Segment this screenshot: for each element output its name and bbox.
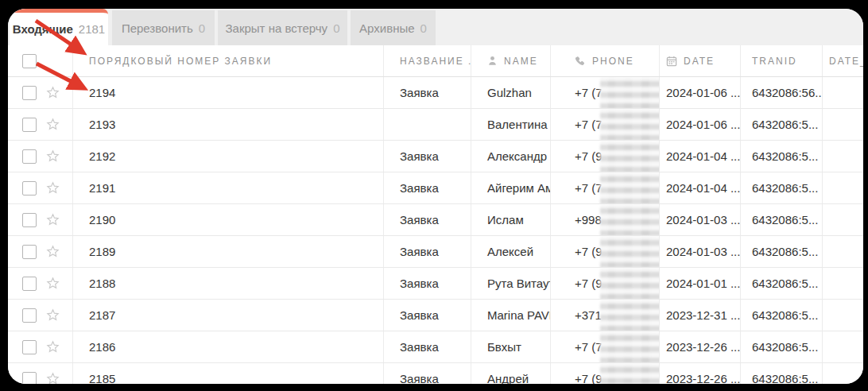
calendar-icon — [666, 56, 677, 67]
cell-tranid: 6432086:56... — [741, 77, 823, 108]
cell-date2 — [823, 77, 863, 108]
star-icon[interactable] — [45, 85, 60, 100]
row-select-cell — [8, 109, 73, 140]
star-icon[interactable] — [45, 212, 60, 227]
cell-tranid: 6432086:5... — [741, 331, 823, 362]
star-icon[interactable] — [45, 276, 60, 291]
row-checkbox[interactable] — [22, 308, 37, 323]
column-header-title[interactable]: НАЗВАНИЕ ... — [384, 45, 471, 76]
tab-count: 0 — [420, 21, 427, 35]
tab-2[interactable]: Перезвонить 0 — [112, 10, 215, 45]
star-icon[interactable] — [45, 149, 60, 164]
cell-date: 2023-12-26 ... — [660, 363, 741, 384]
column-header-label: DATE — [684, 56, 715, 67]
cell-date: 2024-01-04 ... — [660, 141, 741, 172]
cell-date2 — [823, 172, 863, 203]
column-header-phone[interactable]: PHONE — [551, 45, 660, 76]
cell-request-number: 2193 — [73, 109, 384, 140]
table-body: 2194 Заявка Gulzhan +7 (7 2024-01-06 ...… — [8, 77, 863, 384]
cell-date: 2024-01-03 ... — [660, 236, 741, 267]
phone-redaction-blur — [600, 268, 660, 299]
cell-phone: +371 — [551, 300, 660, 331]
row-checkbox[interactable] — [22, 86, 37, 100]
tab-label: Перезвонить — [122, 21, 193, 35]
cell-name: Gulzhan — [471, 77, 551, 108]
screenshot-canvas: { "tabs": [ {"label": "Входящие", "count… — [0, 0, 868, 391]
phone-redaction-blur — [600, 109, 660, 140]
phone-prefix: +371 — [575, 308, 602, 322]
star-icon[interactable] — [45, 339, 60, 354]
cell-date: 2024-01-06 ... — [660, 77, 741, 108]
row-select-cell — [8, 204, 73, 235]
row-checkbox[interactable] — [22, 245, 37, 259]
cell-date: 2024-01-01 ... — [660, 268, 741, 299]
table-row[interactable]: 2192 Заявка Александр +7 (9 2024-01-04 .… — [8, 141, 863, 172]
tab-bar: Входящие 2181 Перезвонить 0 Закрыт на вс… — [8, 9, 863, 45]
phone-redaction-blur — [600, 141, 660, 172]
phone-prefix: +7 (7 — [575, 86, 603, 99]
cell-name: Marina PAVL... — [471, 300, 551, 331]
star-icon[interactable] — [45, 371, 60, 384]
cell-tranid: 6432086:5... — [741, 172, 823, 203]
row-checkbox[interactable] — [22, 118, 37, 132]
phone-redaction-blur — [600, 77, 660, 108]
row-checkbox[interactable] — [22, 213, 37, 227]
tab-count: 2181 — [79, 22, 105, 36]
star-icon[interactable] — [45, 244, 60, 259]
table-row[interactable]: 2193 Валентина +7 (7 2024-01-06 ... 6432… — [8, 109, 863, 141]
tab-1-active[interactable]: Входящие 2181 — [10, 9, 108, 45]
table-row[interactable]: 2189 Заявка Алексей +7 (9 2024-01-03 ...… — [8, 236, 863, 268]
column-header-num[interactable]: ПОРЯДКОВЫЙ НОМЕР ЗАЯВКИ — [73, 45, 384, 76]
cell-tranid: 6432086:5... — [741, 109, 823, 140]
table-row[interactable]: 2188 Заявка Рута Витаут... +7 (9 2024-01… — [8, 268, 863, 300]
phone-prefix: +7 (7 — [575, 118, 603, 131]
row-checkbox[interactable] — [22, 149, 37, 164]
table-row[interactable]: 2194 Заявка Gulzhan +7 (7 2024-01-06 ...… — [8, 77, 863, 109]
star-icon[interactable] — [45, 308, 60, 323]
cell-title: Заявка — [384, 172, 471, 203]
column-header-tranid[interactable]: TRANID — [741, 45, 823, 76]
cell-phone: +7 (9 — [551, 236, 660, 267]
cell-date2 — [823, 331, 863, 362]
cell-title: Заявка — [384, 300, 471, 331]
cell-phone: +7 (7 — [551, 77, 660, 108]
star-icon[interactable] — [45, 117, 60, 132]
cell-title: Заявка — [384, 236, 471, 267]
row-checkbox[interactable] — [22, 277, 37, 291]
row-select-cell — [8, 172, 73, 203]
star-icon[interactable] — [45, 180, 60, 196]
phone-prefix: +998 — [575, 213, 602, 226]
phone-prefix: +7 (9 — [575, 149, 603, 163]
tab-3[interactable]: Закрыт на встерчу 0 — [218, 10, 347, 45]
cell-phone: +7 (9 — [551, 268, 660, 299]
cell-title: Заявка — [384, 331, 471, 362]
column-header-label: ПОРЯДКОВЫЙ НОМЕР ЗАЯВКИ — [89, 56, 272, 67]
cell-date2 — [823, 236, 863, 267]
column-header-date[interactable]: DATE — [660, 45, 741, 76]
row-checkbox[interactable] — [22, 340, 37, 354]
column-header-name[interactable]: NAME — [471, 45, 551, 76]
table-row[interactable]: 2187 Заявка Marina PAVL... +371 2023-12-… — [8, 300, 863, 331]
tab-4[interactable]: Архивные 0 — [351, 10, 436, 45]
table-row[interactable]: 2185 Заявка Андрей +7 (9 2023-12-26 ... … — [8, 363, 863, 384]
row-checkbox[interactable] — [22, 181, 37, 196]
phone-redaction-blur — [600, 363, 660, 384]
table-row[interactable]: 2191 Заявка Айгерим Ам... +7 (7 2024-01-… — [8, 172, 863, 204]
cell-name: Александр — [471, 141, 551, 172]
cell-request-number: 2192 — [73, 141, 384, 172]
cell-name: Айгерим Ам... — [471, 172, 551, 203]
cell-name: Бвхыт — [471, 331, 551, 362]
cell-date: 2023-12-26 ... — [660, 331, 741, 362]
cell-tranid: 6432086:5... — [741, 300, 823, 331]
row-select-cell — [8, 141, 73, 172]
cell-phone: +998 — [551, 204, 660, 235]
select-all-checkbox[interactable] — [22, 54, 37, 68]
cell-request-number: 2187 — [73, 300, 384, 331]
cell-phone: +7 (7 — [551, 109, 660, 140]
column-header-date2[interactable]: DATE_ — [823, 45, 863, 76]
cell-title: Заявка — [384, 204, 471, 235]
table-row[interactable]: 2190 Заявка Ислам +998 2024-01-03 ... 64… — [8, 204, 863, 236]
row-checkbox[interactable] — [22, 372, 37, 385]
phone-redaction-blur — [600, 331, 660, 362]
table-row[interactable]: 2186 Заявка Бвхыт +7 (7 2023-12-26 ... 6… — [8, 331, 863, 363]
